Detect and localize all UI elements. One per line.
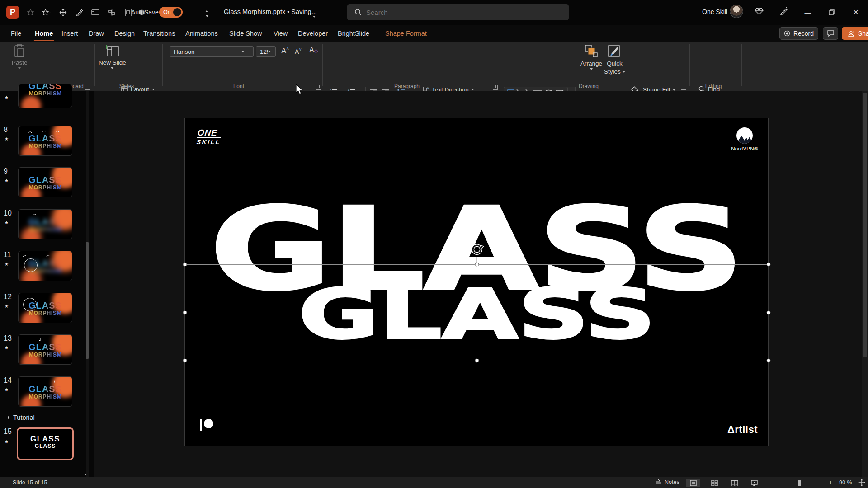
- notes-button[interactable]: Notes: [655, 479, 679, 485]
- tab-view[interactable]: View: [273, 28, 288, 39]
- zoom-slider[interactable]: [774, 483, 824, 483]
- tab-slide-show[interactable]: Slide Show: [228, 28, 263, 39]
- clear-formatting-button[interactable]: A◇: [309, 46, 318, 54]
- title-dropdown-icon[interactable]: [313, 11, 316, 19]
- resize-handle-bottom-right[interactable]: [767, 359, 771, 363]
- slide-thumbnail-10[interactable]: GLASSMORPHISM: [18, 209, 72, 239]
- restore-button[interactable]: [825, 6, 838, 18]
- slide-thumbnail-11[interactable]: GLASSMORPHISM: [18, 251, 72, 281]
- slide-thumbnail-15-selected[interactable]: GLASS GLASS: [17, 427, 74, 460]
- resize-handle-top-left[interactable]: [183, 263, 187, 267]
- slide-thumbnail-12[interactable]: GLASSMORPHISM: [18, 293, 72, 323]
- autosave-toggle[interactable]: On: [159, 7, 183, 18]
- arrange-button[interactable]: Arrange: [580, 44, 602, 70]
- premium-diamond-icon[interactable]: [753, 5, 765, 17]
- group-label-slides: Slides: [119, 83, 134, 89]
- tab-brightslide[interactable]: BrightSlide: [337, 28, 370, 39]
- new-slide-button[interactable]: New Slide: [99, 44, 126, 69]
- comments-button[interactable]: [823, 27, 838, 40]
- mouse-cursor: [295, 84, 305, 96]
- rotate-handle[interactable]: [470, 242, 484, 265]
- autosave-dropdown-icon[interactable]: [206, 11, 211, 19]
- ribbon: Paste Cut Copy Format Painter Clipboard …: [0, 42, 868, 91]
- svg-text:GLASS: GLASS: [298, 284, 656, 341]
- zoom-out-button[interactable]: −: [766, 479, 770, 487]
- share-button[interactable]: Share: [842, 27, 868, 40]
- animation-star-icon: ★: [5, 262, 9, 267]
- tab-file[interactable]: File: [10, 28, 22, 39]
- normal-view-button[interactable]: [686, 479, 700, 487]
- resize-handle-top-right[interactable]: [767, 263, 771, 267]
- panel-scroll-down-icon[interactable]: [84, 469, 87, 477]
- resize-handle-middle-left[interactable]: [183, 311, 187, 315]
- oneskill-logo: ONE SKILL: [196, 128, 222, 145]
- font-size-combo[interactable]: [256, 46, 276, 57]
- slide-sorter-view-button[interactable]: [708, 479, 721, 487]
- font-name-input[interactable]: [170, 48, 238, 55]
- zoom-in-button[interactable]: +: [829, 479, 833, 486]
- canvas-scrollbar[interactable]: [862, 91, 868, 477]
- quick-styles-icon: [607, 44, 622, 59]
- group-label-drawing: Drawing: [579, 83, 599, 89]
- resize-handle-bottom-center[interactable]: [475, 359, 479, 363]
- tab-draw[interactable]: Draw: [88, 28, 105, 39]
- slide-thumbnail-14[interactable]: GLASSMORPHISM: [18, 376, 72, 407]
- zoom-slider-thumb[interactable]: [798, 480, 801, 486]
- tab-developer[interactable]: Developer: [297, 28, 329, 39]
- minimize-button[interactable]: —: [801, 6, 815, 18]
- font-dialog-launcher[interactable]: [316, 85, 321, 90]
- quick-styles-button[interactable]: Quick Styles: [604, 44, 625, 75]
- avatar[interactable]: [730, 5, 743, 18]
- section-header-tutorial[interactable]: Tutorial: [6, 414, 35, 421]
- glass-title-small[interactable]: GLASS: [185, 284, 769, 341]
- powerpoint-app-icon[interactable]: P: [6, 6, 19, 19]
- tab-shape-format[interactable]: Shape Format: [384, 28, 428, 39]
- panel-scrollbar[interactable]: [86, 91, 89, 477]
- decrease-font-size-button[interactable]: A˅: [295, 47, 302, 55]
- record-button[interactable]: Record: [779, 27, 818, 40]
- resize-handle-bottom-left[interactable]: [183, 359, 187, 363]
- feedback-pen-icon[interactable]: [778, 5, 789, 17]
- align-objects-icon[interactable]: [106, 6, 118, 18]
- slide-thumbnail-8[interactable]: GLASSMORPHISM: [18, 126, 72, 156]
- record-icon: [784, 30, 790, 37]
- slide-thumbnail-9[interactable]: GLASSMORPHISM: [18, 167, 72, 197]
- panel-scrollbar-thumb[interactable]: [86, 242, 89, 359]
- font-size-input[interactable]: [256, 48, 268, 55]
- slide-panel-icon[interactable]: [90, 6, 101, 18]
- classic-ribbon-icon[interactable]: [24, 6, 36, 18]
- font-name-combo[interactable]: [170, 46, 254, 57]
- slide-canvas[interactable]: ONE SKILL NordVPN® GLASS GLASS: [184, 118, 769, 446]
- search-input[interactable]: [366, 9, 538, 16]
- resize-handle-top-center[interactable]: [475, 263, 479, 267]
- tab-design[interactable]: Design: [113, 28, 136, 39]
- resize-handle-middle-right[interactable]: [767, 311, 771, 315]
- tab-animations[interactable]: Animations: [184, 28, 219, 39]
- tab-transitions[interactable]: Transitions: [142, 28, 176, 39]
- slide-number: 15: [4, 427, 12, 436]
- paste-button[interactable]: Paste: [12, 44, 28, 69]
- search-bar[interactable]: [347, 4, 569, 20]
- slide-thumbnail-7[interactable]: GLASS MORPHISM: [18, 84, 72, 108]
- drawing-dialog-launcher[interactable]: [681, 85, 686, 90]
- paragraph-dialog-launcher[interactable]: [493, 85, 498, 90]
- clipboard-dialog-launcher[interactable]: [85, 85, 90, 90]
- format-sweep-icon[interactable]: [73, 6, 85, 18]
- tab-insert[interactable]: Insert: [61, 28, 79, 39]
- canvas-scrollbar-thumb[interactable]: [863, 93, 867, 357]
- document-title[interactable]: Glass Morphism.pptx • Saving...: [224, 8, 317, 15]
- close-button[interactable]: ✕: [849, 6, 863, 18]
- favorite-star-icon[interactable]: [41, 6, 52, 18]
- slide-thumbnail-13[interactable]: GLASSMORPHISM: [18, 334, 72, 365]
- slideshow-view-button[interactable]: [747, 479, 761, 487]
- increase-font-size-button[interactable]: A˄: [281, 46, 289, 56]
- nordvpn-mountain-icon: [736, 127, 753, 144]
- animation-star-icon: ★: [5, 178, 9, 183]
- slide-number: 13: [4, 334, 12, 343]
- move-tool-icon[interactable]: [57, 6, 69, 18]
- reading-view-button[interactable]: [728, 479, 741, 487]
- fit-to-window-button[interactable]: [858, 479, 865, 486]
- tab-home[interactable]: Home: [34, 28, 54, 39]
- animation-star-icon: ★: [5, 304, 9, 309]
- zoom-level[interactable]: 90 %: [839, 479, 852, 486]
